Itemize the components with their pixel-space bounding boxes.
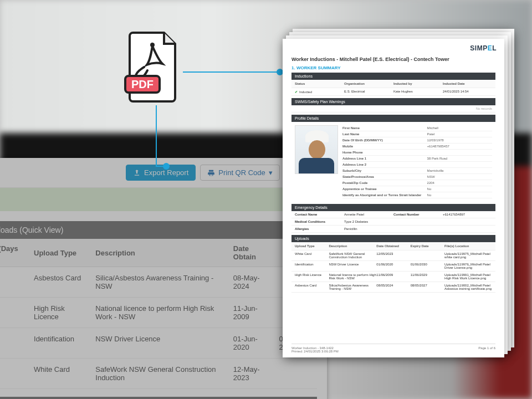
- check-icon: ✔: [295, 90, 298, 94]
- uploads-row: High Risk LicenceNational licence to per…: [291, 272, 495, 282]
- table-row[interactable]: 1954IdentificationNSW Driver Licence01-J…: [0, 328, 317, 359]
- emergency-row: AllergiesPenicillin: [291, 226, 495, 233]
- emergency-row: Contact NameAnnette PatelContact Number+…: [291, 211, 495, 218]
- uploads-panel: Uploads (Quick View) Status (Days Due) U…: [0, 221, 317, 399]
- col-date: Date Obtain: [229, 239, 275, 267]
- svg-point-5: [163, 163, 169, 169]
- section-worker-summary: 1. WORKER SUMMARY: [291, 65, 495, 70]
- connector-lines: [150, 66, 294, 177]
- swms-bar: SWMS/Safety Plan Warnings: [291, 98, 495, 105]
- uploads-row: Asbestos CardSilica/Asbestos Awareness T…: [291, 282, 495, 293]
- swms-empty: No records: [291, 105, 495, 112]
- table-row[interactable]: 1599High Risk LicenceNational licence to…: [0, 298, 317, 328]
- profile-bar: Profile Details: [291, 115, 495, 122]
- table-row[interactable]: 834Asbestos CardSilica/Asbestos Awarenes…: [0, 267, 317, 298]
- export-icon: [133, 169, 141, 177]
- inductions-bar: Inductions: [291, 73, 495, 80]
- emergency-row: Medical ConditionsType 2 Diabetes: [291, 218, 495, 226]
- worker-photo: [295, 125, 338, 174]
- svg-point-4: [277, 69, 283, 75]
- report-footer: Worker Induction - 348-1422 Printed: 24/…: [291, 344, 495, 353]
- inductions-header: StatusOrganisationInducted byInducted Da…: [291, 80, 495, 88]
- uploads-panel-title: Uploads (Quick View): [0, 226, 63, 234]
- uploads-row: White CardSafeWork NSW General Construct…: [291, 250, 495, 261]
- table-row[interactable]: White CardSafeWork NSW General Construct…: [0, 359, 317, 389]
- alert-banner: by Andy Smith. eForm: Worker Induction S…: [0, 188, 327, 211]
- uploads-header: Upload TypeDescriptionDate ObtainedExpir…: [291, 242, 495, 250]
- col-type: Upload Type: [29, 239, 91, 267]
- svg-point-1: [150, 43, 155, 47]
- report-page: SIMPEL Worker Inductions - Mitchell Pate…: [283, 39, 504, 357]
- swms-panel-header: SWMS/Safety Plan Warnings: [0, 397, 317, 399]
- inductions-row: ✔Inducted E.S. ElectricalKate Hughes24/0…: [291, 88, 495, 96]
- simpel-logo: SIMPEL: [470, 44, 497, 52]
- profile-list: First NameMitchell Last NamePatel Date O…: [342, 125, 492, 198]
- uploads-row: IdentificationNSW Driver Licence01/06/20…: [291, 261, 495, 272]
- app-window: Export Report Print QR Code ▾ Sc by Andy…: [0, 158, 327, 399]
- uploads-bar: Uploads: [291, 235, 495, 242]
- emergency-bar: Emergency Details: [291, 204, 495, 211]
- report-preview-stack: SIMPEL Worker Inductions - Mitchell Pate…: [283, 39, 504, 357]
- uploads-panel-header: Uploads (Quick View): [0, 221, 317, 239]
- uploads-table: Status (Days Due) Upload Type Descriptio…: [0, 239, 317, 389]
- col-status: Status (Days Due): [0, 239, 29, 267]
- col-desc: Description: [91, 239, 229, 267]
- report-title: Worker Inductions - Mitchell Patel (E.S.…: [291, 57, 495, 62]
